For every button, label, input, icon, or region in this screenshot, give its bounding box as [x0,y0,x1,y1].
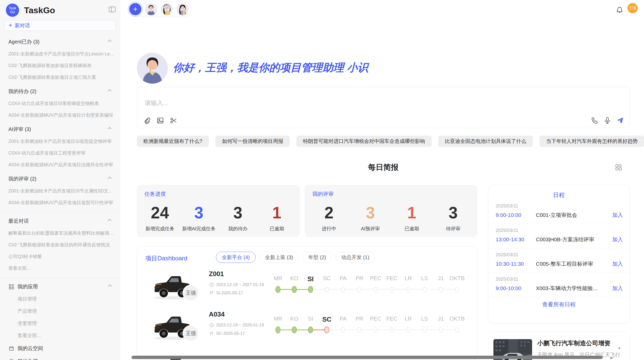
microphone-icon[interactable] [604,117,611,124]
conversation-avatar[interactable] [161,3,173,15]
message-input[interactable] [144,99,449,107]
sidebar-collapse-icon[interactable] [108,6,116,13]
sidebar-item-project-mgmt[interactable]: 项目管理 [18,296,115,302]
schedule-date: 2025/03/11 [496,277,623,282]
join-link[interactable]: 加入 [612,236,623,243]
sidebar-task-item[interactable]: Z001-全新燃油轻卡产品开发项目SI节点属性5D文件评审 [8,188,115,194]
schedule-entry: 2025/03/11 13:00-14:30 C003|H0B-方案冻结评审 加… [488,224,630,248]
milestone-label: SC [319,275,335,283]
milestone-timeline: MR KO SI SC PA PR PEC FEC LR LS J1 OKTB [270,316,465,334]
milestone-label: LR [400,316,416,323]
project-dates: 2023-12-19 ~ 2027-01-19 [209,282,264,287]
sidebar-task-item[interactable]: C02-飞腾新能源轻客改款项目立项汇报方案 [8,74,115,80]
sidebar-item-my-cloud[interactable]: 我的云空间 [9,345,116,352]
sidebar-task-item[interactable]: C0X4-动力总成开发项目工程变更评审 [8,150,115,156]
send-icon[interactable] [616,117,624,124]
section-recent-chats[interactable]: 最近对话 [8,218,112,224]
layout-grid-icon[interactable] [615,163,622,171]
recent-chat-item[interactable]: 公司Q3轻卡销量 [8,253,115,260]
new-chat-button[interactable]: + 新对话 [4,20,116,31]
sidebar-task-item[interactable]: C02-飞腾新能源轻客改款项目里程碑画布 [8,63,115,69]
milestone-label-current: SI [302,275,319,283]
chevron-up-icon[interactable] [108,39,112,42]
milestone-label: SI [302,316,319,323]
image-icon[interactable] [156,117,164,124]
schedule-date: 2025/03/11 [496,228,623,233]
new-conversation-button[interactable]: + [129,3,141,15]
stat-value: 3 [233,205,242,221]
section-ai-review[interactable]: AI评审 (3) [8,126,112,133]
recent-chat-item[interactable]: 解释最新出台的欧盟报废车法规再生塑料比例被调至15%... [8,230,115,236]
sidebar-task-item[interactable]: C0X4-动力总成开发项目SI里程碑提交物检查 [8,100,115,107]
attachment-icon[interactable] [143,117,151,124]
milestone-timeline: MR KO SI SC PA PR PEC FEC LR LS J1 OKTB [270,275,465,294]
schedule-name: C003|H0B-方案冻结评审 [536,236,612,243]
chevron-up-icon[interactable] [108,89,112,92]
sidebar-item-my-apps[interactable]: 我的应用 [9,283,116,290]
view-all-schedule-link[interactable]: 查看所有日程 [488,301,630,308]
recent-chat-item[interactable]: C02-飞腾新能源轻客改款项目的闭环通告反馈情况 [8,242,115,248]
suggestion-chip[interactable]: 比亚迪全固态电池计划具体说了什么 [438,136,533,147]
scissors-icon[interactable] [170,117,177,124]
flag-icon [209,331,214,336]
dashboard-title: 项目Dashboard [145,254,187,262]
chevron-up-icon[interactable] [108,176,112,179]
sidebar-task-item[interactable]: A034-全新新能源MUV产品开发项目计划变更表编写 [8,112,115,118]
tab-new-superstructure[interactable]: 全新上装 (3) [259,252,299,263]
milestone-label: J1 [433,316,449,323]
schedule-entry: 2025/03/11 10:30-11:30 C005-整车工程目标评审 加入 [488,248,630,273]
milestone-dot [341,287,345,292]
join-link[interactable]: 加入 [612,260,623,267]
suggestion-chip[interactable]: 当下年轻人对汽车外观有怎样的喜好趋势 [539,136,644,147]
sidebar-item-favorites[interactable]: 我的收藏 [9,358,116,360]
phone-icon[interactable] [591,117,598,124]
apps-view-all[interactable]: 查看全部... [18,332,115,339]
greeting-title: 你好，王强，我是你的项目管理助理 小识 [173,61,368,75]
schedule-name: X003-车辆动力学性能验... [536,285,612,292]
scroll-down-arrow[interactable]: ▼ [618,346,621,350]
suggestion-chip[interactable]: 如何写一份清晰的项目周报 [215,136,290,147]
join-link[interactable]: 加入 [612,212,623,219]
conversation-avatar[interactable] [145,3,157,15]
milestone-dot-done [275,286,281,293]
user-avatar[interactable]: 王强 [627,3,638,13]
chevron-up-icon[interactable] [108,127,112,129]
tab-all-new-platform[interactable]: 全新平台 (4) [216,252,256,263]
stat-label: 进行中 [322,226,336,232]
sidebar-item-change-mgmt[interactable]: 变更管理 [18,320,115,327]
sidebar-task-item[interactable]: A034-全新新能源MUV产品开发项目造型可行性评审 [8,200,115,206]
tab-powertrain-dev[interactable]: 动总开发 (1) [335,252,375,263]
notification-bell-icon[interactable] [616,6,623,14]
suggestion-chip[interactable]: 欧洲新规最近颁布了什么? [137,136,209,147]
scroll-right-arrow[interactable]: ▶ [610,355,613,360]
section-agent-done[interactable]: Agent已办 (3) [8,38,112,45]
horizontal-scrollbar-thumb[interactable] [131,356,603,359]
logo-text-top: Task [9,6,16,10]
join-link[interactable]: 加入 [612,285,623,292]
apps-grid-icon [9,284,14,290]
suggestion-chip[interactable]: 特朗普可能对进口汽车增税会对中国车企造成哪些影响 [296,136,432,147]
conversation-avatar[interactable] [177,3,189,15]
sidebar-task-item[interactable]: Z001-全新燃油轻卡产品开发项目SI造型提交物评审 [8,138,115,144]
recent-chats-view-all[interactable]: 查看全部... [8,265,115,271]
sidebar-task-item[interactable]: Z001-全新燃油皮卡产品开发项目SI节点Lesson Learn报告 [8,51,115,57]
cloud-space-icon [9,346,14,351]
milestone-dot [455,287,459,292]
logo-text-bottom: Go [10,10,15,14]
section-my-review[interactable]: 我的评审 (2) [8,175,112,182]
dashboard-tabs: 全新平台 (4) 全新上装 (3) 年型 (2) 动总开发 (1) [216,252,375,263]
milestone-dot-done [308,326,313,333]
tab-model-year[interactable]: 年型 (2) [302,252,332,263]
chevron-up-icon[interactable] [108,219,112,221]
milestone-dot [374,287,378,292]
schedule-name: C001-立项审批会 [536,212,612,219]
milestone-dot [406,327,410,333]
new-chat-label: 新对话 [15,22,30,29]
sidebar-item-product-mgmt[interactable]: 产品管理 [18,308,115,314]
task-progress-card: 任务进度 24 新增完成任务 3 新增AI完成任务 3 我的待办 1 已逾期 [137,185,300,237]
schedule-entry: 2025/03/11 9:00-10:00 X003-车辆动力学性能验... 加… [488,273,630,297]
section-my-todo[interactable]: 我的待办 (2) [8,88,112,95]
sidebar-task-item[interactable]: A034-全新新能源MUV产品开发项目法规符合性评审 [8,162,115,168]
chevron-up-icon[interactable] [108,284,112,287]
plus-icon: + [9,22,12,29]
